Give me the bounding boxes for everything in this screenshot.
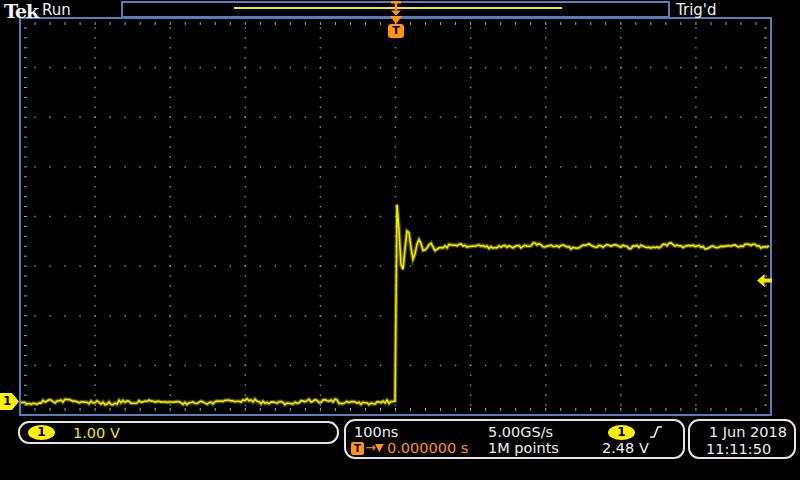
channel1-badge: 1	[28, 425, 55, 440]
arrow-down-icon: ▼	[375, 441, 383, 454]
trigger-position-readout: 0.000000 s	[387, 440, 468, 456]
date-readout: 1 Jun 2018	[709, 424, 787, 440]
channel1-scale: 1.00 V	[73, 425, 120, 441]
channel1-readout: 1 1.00 V	[18, 421, 339, 444]
record-view-trigger-marker-icon[interactable]	[389, 0, 403, 16]
trigger-level-readout: 2.48 V	[602, 440, 649, 456]
graticule	[0, 0, 800, 480]
oscilloscope-screen: Tek Run Trig'd T 1 1 1.00 V 100ns 5.00GS…	[0, 0, 800, 480]
datetime-readout: 1 Jun 2018 11:11:50	[688, 419, 796, 459]
horizontal-trigger-readout: 100ns 5.00GS/s 1 T → ▼ 0.000000 s 1M poi…	[344, 419, 685, 459]
acquisition-status: Run	[42, 1, 71, 19]
trigger-source-badge: 1	[608, 425, 635, 440]
timebase-readout: 100ns	[354, 424, 398, 440]
trigger-position-flag[interactable]: T	[388, 24, 404, 38]
time-readout: 11:11:50	[706, 441, 771, 457]
record-length-readout: 1M points	[488, 440, 559, 456]
sample-rate-readout: 5.00GS/s	[488, 424, 553, 440]
tek-logo: Tek	[4, 0, 38, 22]
trigger-slope-rising-icon	[648, 424, 664, 440]
trigger-position-arrow-icon	[390, 16, 402, 24]
trigger-status: Trig'd	[676, 1, 716, 19]
trigger-t-icon: T	[351, 442, 364, 455]
